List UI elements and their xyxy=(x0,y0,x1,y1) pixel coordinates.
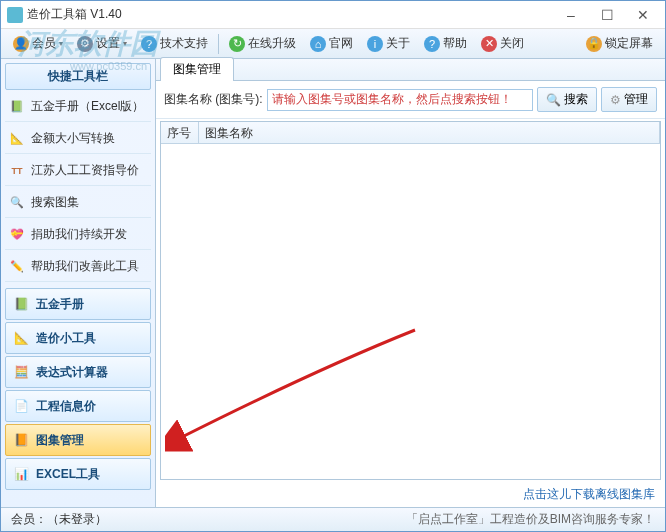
toolbar-settings[interactable]: ⚙设置▾ xyxy=(71,33,133,54)
quick-item-label: 捐助我们持续开发 xyxy=(31,226,127,243)
toolbar-help[interactable]: ?帮助 xyxy=(418,33,473,54)
nav-hardware[interactable]: 📗五金手册 xyxy=(5,288,151,320)
main-area: 快捷工具栏 📗五金手册（Excel版） 📐金额大小写转换 TT江苏人工工资指导价… xyxy=(1,59,665,507)
search-btn-label: 搜索 xyxy=(564,91,588,108)
window-title: 造价工具箱 V1.40 xyxy=(27,6,122,23)
toolbar-about-label: 关于 xyxy=(386,35,410,52)
toolbar-member[interactable]: 👤会员▾ xyxy=(7,33,69,54)
content-tabs: 图集管理 xyxy=(156,59,665,81)
nav-expression-calc[interactable]: 🧮表达式计算器 xyxy=(5,356,151,388)
toolbar-upgrade-label: 在线升级 xyxy=(248,35,296,52)
toolbar-lock-label: 锁定屏幕 xyxy=(605,35,653,52)
content-area: 图集管理 图集名称 (图集号): 🔍搜索 ⚙管理 序号 图集名称 点击这儿下载离… xyxy=(156,59,665,507)
nav-label: 工程信息价 xyxy=(36,398,96,415)
doc-icon: 📄 xyxy=(12,397,30,415)
quick-item-label: 江苏人工工资指导价 xyxy=(31,162,139,179)
toolbar-help-label: 帮助 xyxy=(443,35,467,52)
home-icon: ⌂ xyxy=(310,36,326,52)
quick-item-label: 搜索图集 xyxy=(31,194,79,211)
toolbar-separator xyxy=(218,34,219,54)
titlebar-left: 造价工具箱 V1.40 xyxy=(7,6,122,23)
search-button[interactable]: 🔍搜索 xyxy=(537,87,597,112)
upgrade-icon: ↻ xyxy=(229,36,245,52)
toolbar-member-label: 会员 xyxy=(32,35,56,52)
nav-group: 📗五金手册 📐造价小工具 🧮表达式计算器 📄工程信息价 📙图集管理 📊EXCEL… xyxy=(5,288,151,490)
search-label: 图集名称 (图集号): xyxy=(164,91,263,108)
close-button[interactable]: ✕ xyxy=(625,3,661,27)
toolbar-site-label: 官网 xyxy=(329,35,353,52)
toolbar-tech-label: 技术支持 xyxy=(160,35,208,52)
toolbar-lock[interactable]: 🔒锁定屏幕 xyxy=(580,33,659,54)
dropdown-icon: ▾ xyxy=(123,39,127,48)
ruler-icon: 📐 xyxy=(12,329,30,347)
toolbar-settings-label: 设置 xyxy=(96,35,120,52)
search-input[interactable] xyxy=(267,89,533,111)
toolbar-site[interactable]: ⌂官网 xyxy=(304,33,359,54)
table-header: 序号 图集名称 xyxy=(161,122,660,144)
maximize-button[interactable]: ☐ xyxy=(589,3,625,27)
nav-label: 图集管理 xyxy=(36,432,84,449)
window-controls: – ☐ ✕ xyxy=(553,3,661,27)
content-footer: 点击这儿下载离线图集库 xyxy=(156,482,665,507)
quick-amount-convert[interactable]: 📐金额大小写转换 xyxy=(5,124,151,154)
status-member-value: （未登录） xyxy=(47,512,107,526)
pencil-icon: ✏️ xyxy=(9,259,25,275)
tt-icon: TT xyxy=(9,163,25,179)
sidebar-header: 快捷工具栏 xyxy=(5,63,151,90)
status-right: 「启点工作室」工程造价及BIM咨询服务专家！ xyxy=(406,511,655,528)
statusbar: 会员：（未登录） 「启点工作室」工程造价及BIM咨询服务专家！ xyxy=(1,507,665,531)
col-name[interactable]: 图集名称 xyxy=(199,122,660,143)
search-row: 图集名称 (图集号): 🔍搜索 ⚙管理 xyxy=(156,81,665,119)
nav-cost-tools[interactable]: 📐造价小工具 xyxy=(5,322,151,354)
main-toolbar: 👤会员▾ ⚙设置▾ ?技术支持 ↻在线升级 ⌂官网 i关于 ?帮助 ✕关闭 🔒锁… xyxy=(1,29,665,59)
quick-item-label: 帮助我们改善此工具 xyxy=(31,258,139,275)
info-icon: i xyxy=(367,36,383,52)
app-icon xyxy=(7,7,23,23)
nav-label: 五金手册 xyxy=(36,296,84,313)
manage-btn-label: 管理 xyxy=(624,91,648,108)
manage-button[interactable]: ⚙管理 xyxy=(601,87,657,112)
nav-label: 造价小工具 xyxy=(36,330,96,347)
titlebar: 造价工具箱 V1.40 – ☐ ✕ xyxy=(1,1,665,29)
search-icon: 🔍 xyxy=(546,93,561,107)
nav-atlas-manage[interactable]: 📙图集管理 xyxy=(5,424,151,456)
toolbar-close[interactable]: ✕关闭 xyxy=(475,33,530,54)
nav-excel-tools[interactable]: 📊EXCEL工具 xyxy=(5,458,151,490)
gear-icon: ⚙ xyxy=(610,93,621,107)
toolbar-upgrade[interactable]: ↻在线升级 xyxy=(223,33,302,54)
member-icon: 👤 xyxy=(13,36,29,52)
dropdown-icon: ▾ xyxy=(59,39,63,48)
nav-label: 表达式计算器 xyxy=(36,364,108,381)
quick-item-label: 金额大小写转换 xyxy=(31,130,115,147)
quick-donate[interactable]: 💝捐助我们持续开发 xyxy=(5,220,151,250)
support-icon: ? xyxy=(141,36,157,52)
app-window: 造价工具箱 V1.40 – ☐ ✕ 河东软件园 www.pc0359.cn 👤会… xyxy=(0,0,666,532)
table-body[interactable] xyxy=(161,144,660,479)
book-icon: 📗 xyxy=(9,99,25,115)
quick-search-atlas[interactable]: 🔍搜索图集 xyxy=(5,188,151,218)
search-icon: 🔍 xyxy=(9,195,25,211)
tab-atlas-manage[interactable]: 图集管理 xyxy=(160,57,234,81)
quick-feedback[interactable]: ✏️帮助我们改善此工具 xyxy=(5,252,151,282)
toolbar-close-label: 关闭 xyxy=(500,35,524,52)
atlas-table: 序号 图集名称 xyxy=(160,121,661,480)
download-offline-link[interactable]: 点击这儿下载离线图集库 xyxy=(523,486,655,503)
atlas-icon: 📙 xyxy=(12,431,30,449)
toolbar-about[interactable]: i关于 xyxy=(361,33,416,54)
heart-icon: 💝 xyxy=(9,227,25,243)
quick-jiangsu-wage[interactable]: TT江苏人工工资指导价 xyxy=(5,156,151,186)
sidebar: 快捷工具栏 📗五金手册（Excel版） 📐金额大小写转换 TT江苏人工工资指导价… xyxy=(1,59,156,507)
quick-item-label: 五金手册（Excel版） xyxy=(31,98,144,115)
excel-icon: 📊 xyxy=(12,465,30,483)
help-icon: ? xyxy=(424,36,440,52)
gear-icon: ⚙ xyxy=(77,36,93,52)
lock-icon: 🔒 xyxy=(586,36,602,52)
close-icon: ✕ xyxy=(481,36,497,52)
nav-label: EXCEL工具 xyxy=(36,466,100,483)
col-seq[interactable]: 序号 xyxy=(161,122,199,143)
status-left: 会员：（未登录） xyxy=(11,511,107,528)
quick-hardware-excel[interactable]: 📗五金手册（Excel版） xyxy=(5,92,151,122)
nav-project-price[interactable]: 📄工程信息价 xyxy=(5,390,151,422)
toolbar-tech-support[interactable]: ?技术支持 xyxy=(135,33,214,54)
minimize-button[interactable]: – xyxy=(553,3,589,27)
